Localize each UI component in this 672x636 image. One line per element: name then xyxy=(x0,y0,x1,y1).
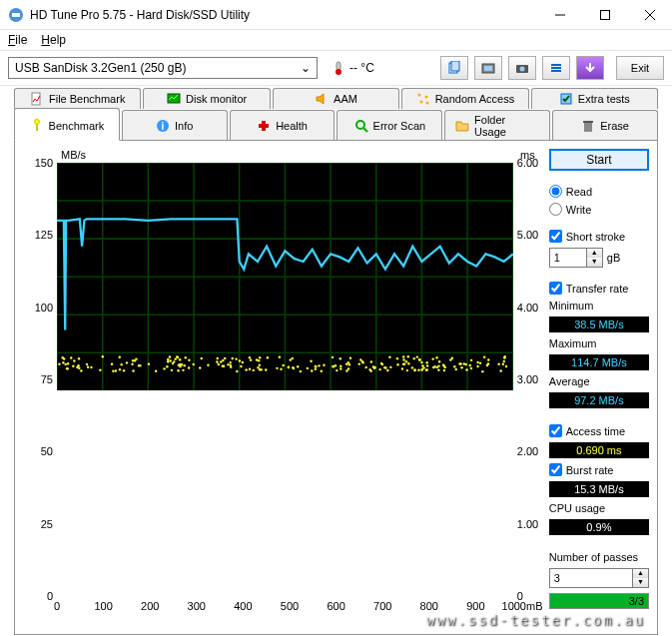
svg-point-166 xyxy=(293,367,295,369)
svg-point-185 xyxy=(253,369,255,371)
svg-point-169 xyxy=(222,359,224,361)
svg-point-193 xyxy=(148,362,150,364)
svg-point-145 xyxy=(242,361,244,363)
tab-aam[interactable]: AAM xyxy=(273,88,399,109)
spin-up-icon[interactable]: ▲ xyxy=(587,249,602,258)
options-button[interactable] xyxy=(542,56,570,80)
exit-button[interactable]: Exit xyxy=(616,56,664,80)
passes-label: Number of passes xyxy=(549,551,649,563)
svg-point-81 xyxy=(216,360,218,362)
access-time-check[interactable]: Access time xyxy=(549,424,649,437)
svg-point-143 xyxy=(167,358,169,360)
tab-error-scan[interactable]: Error Scan xyxy=(336,110,442,141)
svg-point-116 xyxy=(416,355,418,357)
svg-point-117 xyxy=(120,363,122,365)
tab-info[interactable]: iInfo xyxy=(122,110,228,141)
tab-erase[interactable]: Erase xyxy=(552,110,658,141)
svg-point-158 xyxy=(359,358,361,360)
drive-select[interactable]: USB SanDisk 3.2Gen1 (250 gB) ⌄ xyxy=(8,57,318,79)
tab-health[interactable]: Health xyxy=(230,110,336,141)
tab-disk-monitor[interactable]: Disk monitor xyxy=(143,88,270,109)
svg-point-188 xyxy=(72,365,74,367)
close-button[interactable] xyxy=(627,0,672,29)
progress-text: 3/3 xyxy=(629,594,644,608)
save-button[interactable] xyxy=(576,56,604,80)
tab-random-access[interactable]: Random Access xyxy=(401,88,528,109)
spin-down-icon[interactable]: ▼ xyxy=(633,578,648,587)
svg-point-148 xyxy=(288,366,290,368)
svg-point-182 xyxy=(380,362,382,364)
tab-benchmark[interactable]: Benchmark xyxy=(14,108,120,141)
svg-point-206 xyxy=(431,357,433,359)
tab-row-bottom: Benchmark iInfo Health Error Scan Folder… xyxy=(14,108,658,141)
write-radio[interactable]: Write xyxy=(549,203,649,216)
svg-point-125 xyxy=(403,363,405,365)
average-label: Average xyxy=(549,375,649,387)
tab-row-top: File Benchmark Disk monitor AAM Random A… xyxy=(14,86,658,109)
tab-folder-usage[interactable]: Folder Usage xyxy=(444,110,550,141)
benchmark-panel: MB/s ms 025507510012515001.002.003.004.0… xyxy=(14,140,658,635)
svg-point-164 xyxy=(468,364,470,366)
svg-point-199 xyxy=(321,370,323,372)
svg-point-268 xyxy=(167,360,169,362)
svg-point-59 xyxy=(470,359,472,361)
svg-point-175 xyxy=(259,363,261,365)
svg-point-242 xyxy=(297,365,299,367)
transfer-rate-check[interactable]: Transfer rate xyxy=(549,282,649,295)
camera-button[interactable] xyxy=(508,56,536,80)
svg-point-224 xyxy=(432,366,434,368)
svg-point-62 xyxy=(188,366,190,368)
svg-point-104 xyxy=(470,367,472,369)
spin-up-icon[interactable]: ▲ xyxy=(633,569,648,578)
svg-point-146 xyxy=(413,369,415,371)
tab-file-benchmark[interactable]: File Benchmark xyxy=(14,88,141,109)
svg-point-138 xyxy=(426,364,428,366)
tab-extra-tests[interactable]: Extra tests xyxy=(531,88,658,109)
short-stroke-check[interactable]: Short stroke xyxy=(549,230,649,243)
svg-point-67 xyxy=(505,365,507,367)
passes-input[interactable]: 3▲▼ xyxy=(549,568,649,588)
window-title: HD Tune Pro 5.75 - Hard Disk/SSD Utility xyxy=(30,8,537,22)
start-button[interactable]: Start xyxy=(549,149,649,171)
svg-point-102 xyxy=(64,363,66,365)
svg-point-13 xyxy=(520,67,525,72)
cpu-usage-value: 0.9% xyxy=(549,519,649,535)
minimum-value: 38.5 MB/s xyxy=(549,317,649,332)
read-radio[interactable]: Read xyxy=(549,185,649,198)
erase-icon xyxy=(581,119,595,133)
svg-point-262 xyxy=(396,363,398,365)
menu-file[interactable]: File xyxy=(8,33,27,47)
burst-rate-check[interactable]: Burst rate xyxy=(549,463,649,476)
svg-point-141 xyxy=(435,356,437,358)
svg-point-241 xyxy=(86,363,88,365)
minimize-button[interactable] xyxy=(537,0,582,29)
svg-point-139 xyxy=(199,366,201,368)
cpu-usage-label: CPU usage xyxy=(549,502,649,514)
svg-point-251 xyxy=(383,366,385,368)
spin-down-icon[interactable]: ▼ xyxy=(587,258,602,267)
chevron-down-icon: ⌄ xyxy=(301,61,311,75)
menu-help[interactable]: Help xyxy=(41,33,66,47)
svg-point-73 xyxy=(347,367,349,369)
svg-point-147 xyxy=(66,367,68,369)
svg-point-253 xyxy=(171,369,173,371)
svg-point-71 xyxy=(476,365,478,367)
svg-point-210 xyxy=(178,364,180,366)
svg-point-186 xyxy=(177,369,179,371)
svg-point-168 xyxy=(240,365,242,367)
svg-point-226 xyxy=(425,369,427,371)
svg-rect-15 xyxy=(551,67,561,69)
copy-info-button[interactable] xyxy=(440,56,468,80)
svg-point-20 xyxy=(424,96,427,99)
svg-point-217 xyxy=(249,367,251,369)
minimum-label: Minimum xyxy=(549,300,649,312)
svg-point-137 xyxy=(292,357,294,359)
maximize-button[interactable] xyxy=(582,0,627,29)
svg-point-201 xyxy=(119,355,121,357)
svg-point-22 xyxy=(425,102,428,105)
screenshot-button[interactable] xyxy=(474,56,502,80)
short-stroke-input[interactable]: 1▲▼ gB xyxy=(549,248,649,268)
svg-point-132 xyxy=(126,361,128,363)
maximum-value: 114.7 MB/s xyxy=(549,354,649,370)
svg-point-270 xyxy=(220,360,222,362)
